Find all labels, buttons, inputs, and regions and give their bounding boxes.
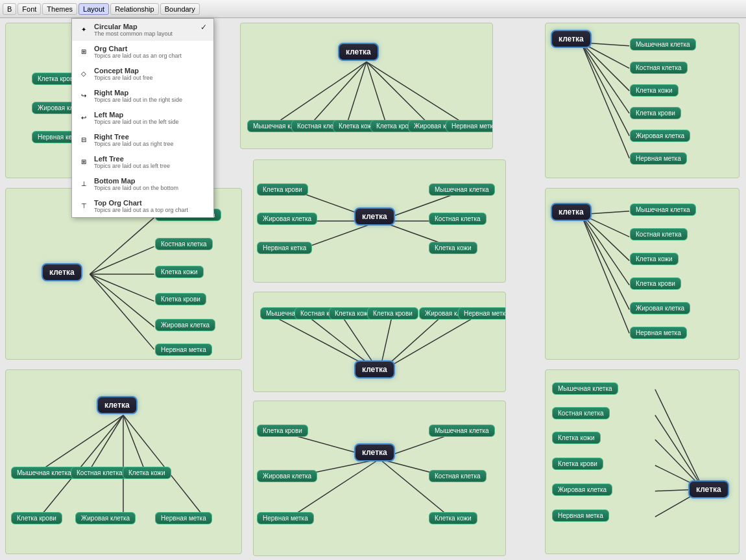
leaf-lt5: Жировая клетка <box>552 483 612 496</box>
right-tree-icon: ⊟ <box>78 134 89 145</box>
svg-line-4 <box>312 62 367 122</box>
left-tree-title: Left Tree <box>94 155 207 163</box>
panel-concept: клетка Клетка крови Жировая клетка Нервн… <box>253 159 506 283</box>
leaf-r1: Мышечная клетка <box>630 38 696 51</box>
root-torg[interactable]: клетка <box>97 396 138 414</box>
svg-line-20 <box>90 274 154 349</box>
menu-item-bottom[interactable]: ⊥ Bottom Map Topics are laid out on the … <box>72 173 213 195</box>
bold-button[interactable]: B <box>3 3 16 15</box>
panel-right-map-bottom: клетка Клетка крови Жировая клетка Нервн… <box>253 401 506 556</box>
top-org-icon: ⊤ <box>78 200 89 211</box>
panel-right-tree: клетка Мышечная клетка Костная клетка Кл… <box>545 188 740 360</box>
right-map-desc: Topics are laid out in the right side <box>94 97 207 103</box>
themes-button[interactable]: Themes <box>42 3 77 15</box>
bottom-map-title: Bottom Map <box>94 177 207 185</box>
leaf-ll3: Клетка кожи <box>155 265 204 278</box>
menu-item-left-tree[interactable]: ⊞ Left Tree Topics are laid out as left … <box>72 151 213 173</box>
leaf-lt4: Клетка крови <box>552 457 603 470</box>
bottom-map-desc: Topics are laid out on the bottom <box>94 185 207 191</box>
leaf-to2: Костная клетка <box>71 466 128 479</box>
menu-item-circular[interactable]: ✦ Circular Map The most common map layou… <box>72 19 213 41</box>
boundary-button[interactable]: Boundary <box>160 3 200 15</box>
right-map-icon: ↪ <box>78 90 89 100</box>
svg-line-41 <box>123 415 145 470</box>
leaf-lt1: Мышечная клетка <box>552 382 618 395</box>
menu-item-org[interactable]: ⊞ Org Chart Topics are laid out as an or… <box>72 41 213 63</box>
root-bottom[interactable]: клетка <box>354 360 395 379</box>
leaf-c6: Клетка кожи <box>429 241 477 254</box>
svg-line-18 <box>90 274 154 301</box>
layout-button[interactable]: Layout <box>78 3 109 15</box>
top-org-title: Top Org Chart <box>94 199 207 207</box>
svg-line-42 <box>42 415 123 515</box>
leaf-to6: Нервная метка <box>155 511 212 524</box>
leaf-rmb2: Жировая клетка <box>257 469 317 482</box>
svg-line-38 <box>581 215 629 334</box>
leaf-rt3: Клетка кожи <box>630 252 679 265</box>
svg-line-19 <box>90 274 154 327</box>
left-tree-desc: Topics are laid out as left tree <box>94 163 207 169</box>
left-map-icon: ↩ <box>78 112 89 122</box>
svg-line-40 <box>90 415 123 470</box>
root-concept[interactable]: клетка <box>354 207 395 226</box>
leaf-r2: Костная клетка <box>630 61 688 74</box>
menu-item-concept[interactable]: ◇ Concept Map Topics are laid out free <box>72 63 213 85</box>
root-rm-bot[interactable]: клетка <box>354 443 395 461</box>
right-tree-desc: Topics are laid out as right tree <box>94 141 207 147</box>
root-left-large[interactable]: клетка <box>42 263 82 281</box>
leaf-c5: Костная клетка <box>429 212 487 225</box>
top-org-desc: Topics are laid out as a top org chart <box>94 207 207 213</box>
svg-line-5 <box>347 62 367 122</box>
leaf-r6: Нервная метка <box>630 152 687 165</box>
menu-item-left[interactable]: ↩ Left Map Topics are laid out in the le… <box>72 107 213 129</box>
svg-line-14 <box>581 43 629 159</box>
circular-map-icon: ✦ <box>78 24 89 34</box>
circular-map-check: ✓ <box>200 23 207 32</box>
relationship-button[interactable]: Relationship <box>110 3 159 15</box>
root-rt[interactable]: клетка <box>551 203 592 221</box>
concept-map-title: Concept Map <box>94 67 207 75</box>
leaf-to4: Клетка крови <box>11 511 62 524</box>
leaf-rmb6: Клетка кожи <box>429 511 477 524</box>
svg-line-39 <box>42 415 123 470</box>
panel-left-tree: Мышечная клетка Костная клетка Клетка ко… <box>545 369 740 554</box>
root-lt[interactable]: клетка <box>688 480 729 498</box>
panel-circular-top: клетка Мышечная клетка Костная клетка Кл… <box>240 23 493 149</box>
concept-map-icon: ◇ <box>78 68 89 78</box>
svg-line-7 <box>367 62 427 122</box>
leaf-bm4: Клетка крови <box>367 307 418 320</box>
leaf-rmb3: Нервная метка <box>257 511 314 524</box>
panel-top-org: клетка Мышечная клетка Костная клетка Кл… <box>5 369 242 554</box>
leaf-rmb1: Клетка крови <box>257 424 308 437</box>
root-right[interactable]: клетка <box>551 30 592 48</box>
circular-map-title: Circular Map <box>94 23 195 30</box>
menu-item-top-org[interactable]: ⊤ Top Org Chart Topics are laid out as a… <box>72 195 213 217</box>
layout-dropdown: ✦ Circular Map The most common map layou… <box>71 18 214 218</box>
bottom-map-icon: ⊥ <box>78 178 89 189</box>
leaf-ll6: Нервная метка <box>155 343 212 356</box>
menu-item-right[interactable]: ↪ Right Map Topics are laid out in the r… <box>72 85 213 107</box>
concept-map-desc: Topics are laid out free <box>94 75 207 81</box>
left-map-title: Left Map <box>94 111 207 119</box>
left-map-desc: Topics are laid out in the left side <box>94 119 207 125</box>
svg-line-51 <box>655 390 703 489</box>
toolbar: B Font Themes Layout Relationship Bounda… <box>0 0 746 18</box>
leaf-c4: Мышечная клетка <box>429 183 495 196</box>
leaf-c1: Клетка крови <box>257 183 308 196</box>
leaf-rt5: Жировая клетка <box>630 301 690 314</box>
leaf-lt6: Нервная метка <box>552 509 609 522</box>
left-tree-icon: ⊞ <box>78 156 89 167</box>
right-map-title: Right Map <box>94 89 207 97</box>
org-chart-title: Org Chart <box>94 45 207 52</box>
svg-line-37 <box>581 215 629 310</box>
leaf-rt4: Клетка крови <box>630 277 681 290</box>
menu-item-right-tree[interactable]: ⊟ Right Tree Topics are laid out as righ… <box>72 129 213 151</box>
leaf-r3: Клетка кожи <box>630 84 679 97</box>
leaf-to3: Клетка кожи <box>123 466 171 479</box>
leaf-ll5: Жировая клетка <box>155 318 215 331</box>
font-button[interactable]: Font <box>18 3 41 15</box>
leaf-c3: Нервная кетка <box>257 241 312 254</box>
root-top[interactable]: клетка <box>338 43 379 61</box>
svg-line-13 <box>581 43 629 136</box>
leaf-rt1: Мышечная клетка <box>630 203 696 216</box>
